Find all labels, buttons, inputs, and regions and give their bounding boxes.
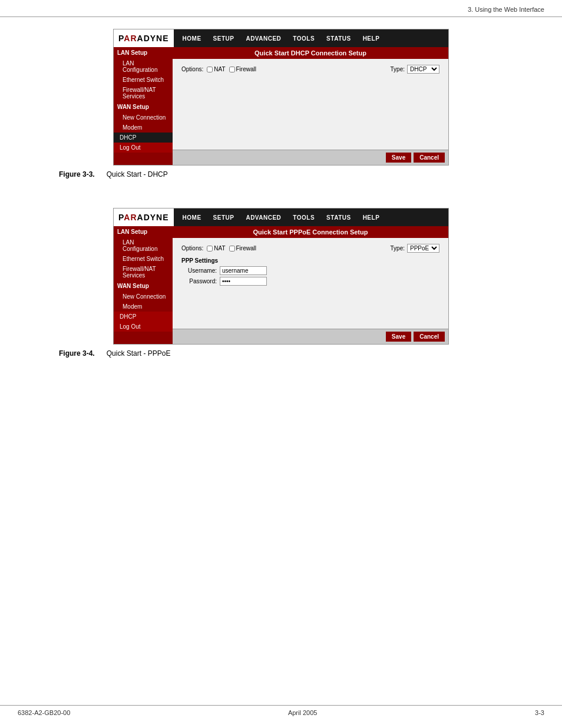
- bottom-bar-dhcp: Save Cancel: [173, 150, 448, 165]
- options-left-dhcp: Options: NAT Firewall: [181, 66, 256, 72]
- page-content: PARADYNE HOME SETUP ADVANCED TOOLS STATU…: [0, 17, 562, 387]
- sidebar-wan-title-dhcp: WAN Setup: [114, 101, 173, 112]
- sidebar-logout-dhcp[interactable]: Log Out: [114, 143, 173, 153]
- nav-help-dhcp[interactable]: HELP: [357, 29, 386, 47]
- header-text: 3. Using the Web Interface: [468, 6, 544, 13]
- username-input[interactable]: [220, 266, 267, 275]
- nat-check-dhcp[interactable]: [207, 67, 213, 72]
- options-left-pppoe: Options: NAT Firewall: [181, 245, 256, 252]
- cancel-button-pppoe[interactable]: Cancel: [414, 332, 445, 342]
- ppp-settings: PPP Settings Username: Password:: [181, 257, 439, 286]
- logo-text-pppoe: PARADYNE: [118, 213, 169, 222]
- nat-label-dhcp: NAT: [214, 66, 225, 72]
- bottom-bar-pppoe: Save Cancel: [173, 329, 448, 344]
- nav-home-dhcp[interactable]: HOME: [177, 29, 207, 47]
- firewall-label-dhcp: Firewall: [236, 66, 256, 72]
- router-ui-dhcp: PARADYNE HOME SETUP ADVANCED TOOLS STATU…: [113, 29, 449, 166]
- sidebar-modem-pppoe[interactable]: Modem: [114, 302, 173, 312]
- sidebar-new-conn-dhcp[interactable]: New Connection: [114, 112, 173, 123]
- type-select-dhcp[interactable]: DHCP PPPoE Static: [407, 65, 439, 74]
- save-button-pppoe[interactable]: Save: [386, 332, 411, 342]
- footer-left: 6382-A2-GB20-00: [18, 709, 70, 716]
- nat-label-pppoe: NAT: [214, 245, 225, 252]
- page-footer: 6382-A2-GB20-00 April 2005 3-3: [0, 705, 562, 716]
- firewall-label-pppoe: Firewall: [236, 245, 256, 252]
- router-body-pppoe: LAN Setup LAN Configuration Ethernet Swi…: [114, 226, 448, 344]
- main-header-dhcp: Quick Start DHCP Connection Setup: [173, 47, 448, 59]
- nav-advanced-dhcp[interactable]: ADVANCED: [240, 29, 287, 47]
- sidebar-new-conn-pppoe[interactable]: New Connection: [114, 292, 173, 302]
- nav-advanced-pppoe[interactable]: ADVANCED: [240, 209, 287, 226]
- sidebar-ethernet-pppoe[interactable]: Ethernet Switch: [114, 254, 173, 264]
- nav-home-pppoe[interactable]: HOME: [177, 209, 207, 226]
- sidebar-lan-config-pppoe[interactable]: LAN Configuration: [114, 237, 173, 254]
- figure1-caption: Figure 3-3. Quick Start - DHCP: [59, 170, 515, 178]
- figure1-text: Quick Start - DHCP: [107, 170, 168, 178]
- password-row: Password:: [181, 277, 439, 286]
- figure2-text: Quick Start - PPPoE: [107, 349, 171, 358]
- options-row-dhcp: Options: NAT Firewall: [181, 65, 439, 74]
- nav-tools-dhcp[interactable]: TOOLS: [287, 29, 320, 47]
- firewall-checkbox-pppoe[interactable]: Firewall: [229, 245, 256, 252]
- cancel-button-dhcp[interactable]: Cancel: [414, 153, 445, 163]
- type-label-pppoe: Type:: [391, 245, 405, 252]
- sidebar-lan-title-pppoe: LAN Setup: [114, 226, 173, 237]
- type-label-dhcp: Type:: [391, 66, 405, 72]
- nav-setup-pppoe[interactable]: SETUP: [207, 209, 240, 226]
- firewall-checkbox-dhcp[interactable]: Firewall: [229, 66, 256, 72]
- sidebar-ethernet-dhcp[interactable]: Ethernet Switch: [114, 75, 173, 85]
- nat-checkbox-dhcp[interactable]: NAT: [207, 66, 225, 72]
- save-button-dhcp[interactable]: Save: [386, 153, 411, 163]
- sidebar-logout-pppoe[interactable]: Log Out: [114, 322, 173, 332]
- options-label-dhcp: Options:: [181, 66, 203, 72]
- sidebar-dhcp: LAN Setup LAN Configuration Ethernet Swi…: [114, 47, 173, 165]
- username-row: Username:: [181, 266, 439, 275]
- main-header-pppoe: Quick Start PPPoE Connection Setup: [173, 226, 448, 238]
- sidebar-lan-title-dhcp: LAN Setup: [114, 47, 173, 58]
- nav-setup-dhcp[interactable]: SETUP: [207, 29, 240, 47]
- logo-text-dhcp: PARADYNE: [118, 34, 169, 43]
- sidebar-firewall-pppoe[interactable]: Firewall/NAT Services: [114, 264, 173, 280]
- main-dhcp: Quick Start DHCP Connection Setup Option…: [173, 47, 448, 165]
- options-right-pppoe: Type: DHCP PPPoE Static: [391, 244, 439, 253]
- options-label-pppoe: Options:: [181, 245, 203, 252]
- figure1-label: Figure 3-3.: [59, 170, 95, 178]
- sidebar-lan-config-dhcp[interactable]: LAN Configuration: [114, 58, 173, 75]
- figure1-container: PARADYNE HOME SETUP ADVANCED TOOLS STATU…: [47, 29, 515, 178]
- sidebar-dhcp-active[interactable]: DHCP: [114, 133, 173, 143]
- main-content-dhcp: Options: NAT Firewall: [173, 59, 448, 150]
- figure2-container: PARADYNE HOME SETUP ADVANCED TOOLS STATU…: [47, 208, 515, 358]
- password-label: Password:: [181, 278, 220, 284]
- main-content-pppoe: Options: NAT Firewall: [173, 238, 448, 329]
- nav-status-dhcp[interactable]: STATUS: [320, 29, 357, 47]
- sidebar-dhcp-pppoe[interactable]: DHCP: [114, 312, 173, 322]
- nav-items-dhcp: HOME SETUP ADVANCED TOOLS STATUS HELP: [177, 29, 386, 47]
- sidebar-modem-dhcp[interactable]: Modem: [114, 123, 173, 133]
- nat-checkbox-pppoe[interactable]: NAT: [207, 245, 225, 252]
- ppp-settings-title: PPP Settings: [181, 257, 439, 264]
- options-row-pppoe: Options: NAT Firewall: [181, 244, 439, 253]
- password-input[interactable]: [220, 277, 267, 286]
- figure2-caption: Figure 3-4. Quick Start - PPPoE: [59, 349, 515, 358]
- router-ui-pppoe: PARADYNE HOME SETUP ADVANCED TOOLS STATU…: [113, 208, 449, 345]
- options-right-dhcp: Type: DHCP PPPoE Static: [391, 65, 439, 74]
- username-label: Username:: [181, 267, 220, 274]
- nav-bar-dhcp: PARADYNE HOME SETUP ADVANCED TOOLS STATU…: [114, 29, 448, 47]
- figure2-label: Figure 3-4.: [59, 349, 95, 358]
- firewall-check-dhcp[interactable]: [229, 67, 235, 72]
- logo-pppoe: PARADYNE: [114, 209, 174, 226]
- nat-check-pppoe[interactable]: [207, 246, 213, 252]
- nav-tools-pppoe[interactable]: TOOLS: [287, 209, 320, 226]
- nav-status-pppoe[interactable]: STATUS: [320, 209, 357, 226]
- page-header: 3. Using the Web Interface: [0, 0, 562, 17]
- logo-dhcp: PARADYNE: [114, 29, 174, 47]
- nav-items-pppoe: HOME SETUP ADVANCED TOOLS STATUS HELP: [177, 209, 386, 226]
- sidebar-wan-title-pppoe: WAN Setup: [114, 280, 173, 292]
- nav-bar-pppoe: PARADYNE HOME SETUP ADVANCED TOOLS STATU…: [114, 209, 448, 226]
- sidebar-firewall-dhcp[interactable]: Firewall/NAT Services: [114, 85, 173, 101]
- firewall-check-pppoe[interactable]: [229, 246, 235, 252]
- footer-center: April 2005: [288, 709, 318, 716]
- footer-right: 3-3: [535, 709, 544, 716]
- type-select-pppoe[interactable]: DHCP PPPoE Static: [407, 244, 439, 253]
- nav-help-pppoe[interactable]: HELP: [357, 209, 386, 226]
